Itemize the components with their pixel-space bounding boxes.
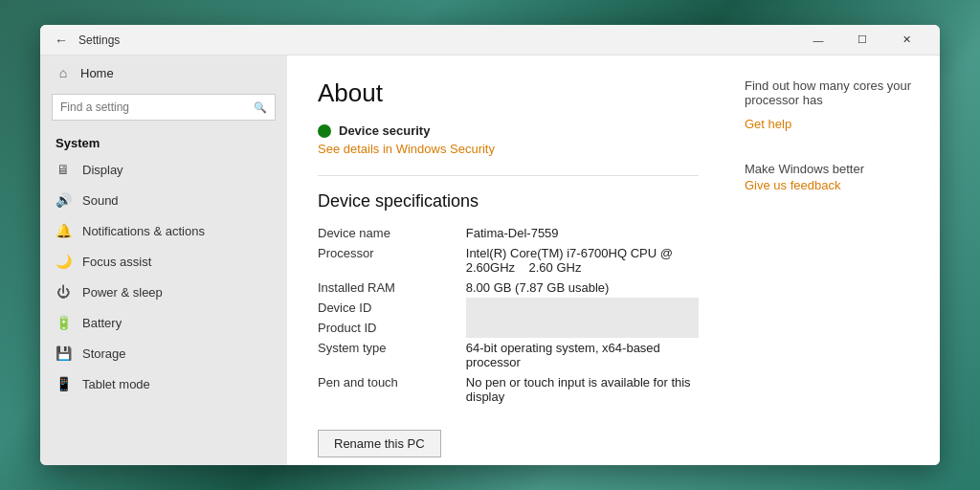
device-security-label: Device security bbox=[339, 123, 430, 138]
sidebar-item-label: Notifications & actions bbox=[82, 224, 205, 238]
tablet-icon: 📱 bbox=[56, 376, 71, 391]
storage-icon: 💾 bbox=[56, 345, 71, 361]
get-help-link[interactable]: Get help bbox=[745, 117, 791, 131]
spec-label: System type bbox=[318, 338, 466, 372]
sidebar-home[interactable]: ⌂ Home bbox=[40, 56, 287, 90]
right-link-group-processor: Find out how many cores your processor h… bbox=[745, 78, 924, 131]
title-bar: ← Settings — ☐ ✕ bbox=[40, 25, 940, 56]
sidebar-item-label: Tablet mode bbox=[82, 377, 150, 391]
settings-window: ← Settings — ☐ ✕ ⌂ Home 🔍 System bbox=[40, 25, 940, 465]
rename-pc-button[interactable]: Rename this PC bbox=[318, 430, 441, 457]
spec-value: Intel(R) Core(TM) i7-6700HQ CPU @ 2.60GH… bbox=[466, 243, 699, 278]
spec-label: Pen and touch bbox=[318, 372, 466, 407]
sidebar-item-power[interactable]: ⏻ Power & sleep bbox=[40, 277, 287, 307]
sidebar-item-label: Sound bbox=[82, 193, 119, 208]
spec-row-device-name: Device name Fatima-Del-7559 bbox=[318, 223, 699, 243]
spec-row-processor: Processor Intel(R) Core(TM) i7-6700HQ CP… bbox=[318, 243, 699, 278]
close-button[interactable]: ✕ bbox=[884, 25, 928, 56]
home-icon: ⌂ bbox=[56, 65, 71, 80]
battery-icon: 🔋 bbox=[56, 315, 71, 330]
see-details-link[interactable]: See details in Windows Security bbox=[318, 142, 699, 156]
right-panel: Find out how many cores your processor h… bbox=[729, 56, 940, 465]
window-content: ⌂ Home 🔍 System 🖥 Display 🔊 Sound bbox=[40, 56, 940, 465]
window-controls: — ☐ ✕ bbox=[796, 25, 928, 56]
specs-table: Device name Fatima-Del-7559 Processor In… bbox=[318, 223, 699, 407]
spec-row-system-type: System type 64-bit operating system, x64… bbox=[318, 338, 699, 372]
sidebar-item-label: Battery bbox=[82, 316, 122, 330]
give-feedback-link[interactable]: Give us feedback bbox=[745, 178, 840, 192]
sidebar-item-focus[interactable]: 🌙 Focus assist bbox=[40, 246, 287, 277]
spec-label: Product ID bbox=[318, 318, 466, 338]
sidebar-item-display[interactable]: 🖥 Display bbox=[40, 154, 287, 185]
notifications-icon: 🔔 bbox=[56, 223, 71, 238]
spec-label: Installed RAM bbox=[318, 278, 466, 298]
window-title: Settings bbox=[78, 33, 796, 47]
sidebar-item-label: Storage bbox=[82, 346, 126, 361]
sidebar-item-label: Power & sleep bbox=[82, 285, 163, 300]
spec-label: Device name bbox=[318, 223, 466, 243]
sidebar: ⌂ Home 🔍 System 🖥 Display 🔊 Sound bbox=[40, 56, 287, 465]
page-title: About bbox=[318, 78, 699, 108]
sidebar-section-title: System bbox=[40, 128, 287, 154]
sidebar-item-label: Display bbox=[82, 163, 123, 177]
spec-label: Device ID bbox=[318, 298, 466, 318]
spec-row-ram: Installed RAM 8.00 GB (7.87 GB usable) bbox=[318, 278, 699, 298]
spec-value bbox=[466, 318, 699, 338]
focus-icon: 🌙 bbox=[56, 254, 71, 269]
spec-label: Processor bbox=[318, 243, 466, 278]
sidebar-home-label: Home bbox=[80, 66, 114, 80]
search-box[interactable]: 🔍 bbox=[52, 94, 276, 121]
spec-row-pen-touch: Pen and touch No pen or touch input is a… bbox=[318, 372, 699, 407]
search-input[interactable] bbox=[60, 100, 250, 114]
spec-row-device-id: Device ID bbox=[318, 298, 699, 318]
make-windows-better-label: Make Windows better bbox=[745, 162, 924, 176]
desktop-background: ← Settings — ☐ ✕ ⌂ Home 🔍 System bbox=[0, 0, 980, 490]
sidebar-item-battery[interactable]: 🔋 Battery bbox=[40, 307, 287, 338]
display-icon: 🖥 bbox=[56, 162, 71, 177]
sidebar-item-tablet[interactable]: 📱 Tablet mode bbox=[40, 368, 287, 399]
sidebar-item-label: Focus assist bbox=[82, 255, 151, 269]
sidebar-item-storage[interactable]: 💾 Storage bbox=[40, 338, 287, 368]
minimize-button[interactable]: — bbox=[796, 25, 840, 56]
sidebar-item-sound[interactable]: 🔊 Sound bbox=[40, 185, 287, 215]
right-link-description: Find out how many cores your processor h… bbox=[745, 78, 924, 107]
sidebar-item-notifications[interactable]: 🔔 Notifications & actions bbox=[40, 215, 287, 246]
search-icon: 🔍 bbox=[254, 101, 267, 114]
security-status-dot bbox=[318, 124, 331, 138]
sound-icon: 🔊 bbox=[56, 192, 71, 208]
spec-value bbox=[466, 298, 699, 318]
spec-row-product-id: Product ID bbox=[318, 318, 699, 338]
right-link-group-feedback: Make Windows better Give us feedback bbox=[745, 162, 924, 192]
spec-value: Fatima-Del-7559 bbox=[466, 223, 699, 243]
spec-value: 64-bit operating system, x64-based proce… bbox=[466, 338, 699, 372]
spec-value: No pen or touch input is available for t… bbox=[466, 372, 699, 407]
spec-value: 8.00 GB (7.87 GB usable) bbox=[466, 278, 699, 298]
maximize-button[interactable]: ☐ bbox=[840, 25, 884, 56]
device-security-row: Device security bbox=[318, 123, 699, 138]
power-icon: ⏻ bbox=[56, 284, 71, 300]
back-button[interactable]: ← bbox=[52, 31, 71, 50]
device-specs-heading: Device specifications bbox=[318, 175, 699, 212]
main-content: About Device security See details in Win… bbox=[287, 56, 729, 465]
